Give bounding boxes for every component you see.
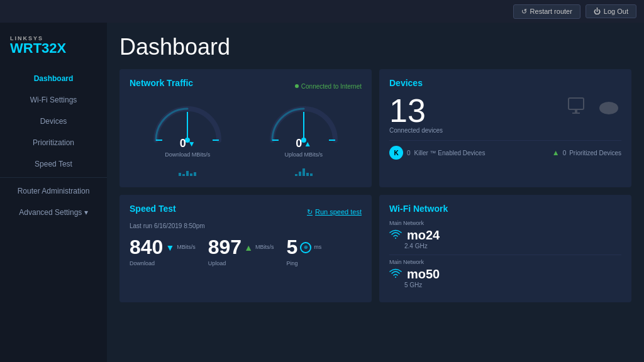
svg-rect-10	[572, 112, 580, 114]
download-mini-bars	[179, 160, 196, 176]
mini-bar	[306, 173, 309, 176]
last-run-label: Last run 6/16/2019 8:50pm	[130, 222, 362, 229]
connected-dot	[295, 84, 299, 88]
wifi-24ghz-entry: Main Network mo24 2.4 GHz	[389, 220, 621, 250]
wifi-24-icon	[389, 229, 402, 242]
upload-value-row: 897 ▲ MBits/s	[208, 236, 274, 259]
mini-bar	[179, 173, 181, 176]
wifi-24-row: mo24	[389, 228, 621, 243]
cards-grid: Network Traffic Connected to Internet	[119, 69, 631, 302]
upload-mini-bars	[295, 160, 313, 176]
download-label: Download MBits/s	[165, 151, 210, 158]
upload-speed-label: Upload	[208, 260, 274, 266]
page-title: Dashboard	[119, 34, 631, 60]
ping-label: Ping	[287, 260, 322, 266]
download-value: 0 ▼	[180, 137, 196, 150]
ping-unit: ms	[314, 244, 321, 251]
sidebar-item-router-admin[interactable]: Router Administration	[0, 180, 107, 202]
speed-stats: 840 ▼ MBits/s Download 897 ▲	[130, 236, 362, 266]
wifi-5-icon	[389, 268, 402, 281]
wifi-5-row: mo50	[389, 267, 621, 282]
gamepad-icon	[596, 94, 621, 119]
gauges-row: 0 ▼ Download MBits/s	[130, 99, 362, 176]
mini-bar	[182, 174, 185, 176]
wifi-divider	[389, 255, 621, 255]
computer-icon	[566, 94, 591, 119]
mini-bar	[186, 171, 189, 176]
wifi-24-ssid: mo24	[407, 228, 440, 243]
prioritized-badge: ▲ 0 Prioritized Devices	[552, 146, 621, 160]
upload-gauge: 0 ▲ Upload MBits/s	[266, 99, 341, 176]
wifi-5-freq: 5 GHz	[404, 282, 621, 288]
sidebar: LINKSYS WRT32X Dashboard Wi-Fi Settings …	[0, 23, 107, 362]
upload-speed-value: 897	[208, 236, 242, 259]
mini-bar	[295, 174, 297, 176]
wifi-5-ssid: mo50	[407, 267, 440, 282]
chevron-down-icon: ▾	[84, 208, 88, 217]
upload-label: Upload MBits/s	[284, 151, 323, 158]
wifi-network-card: Wi-Fi Network Main Network mo24	[379, 195, 631, 302]
logo-area: LINKSYS WRT32X	[0, 29, 107, 68]
upload-arrow-icon: ▲	[304, 140, 311, 148]
mini-bar	[310, 173, 313, 176]
wifi-5-main-label: Main Network	[389, 259, 621, 265]
download-speed-value: 840	[130, 236, 163, 259]
svg-point-15	[613, 107, 615, 109]
svg-rect-9	[575, 109, 577, 112]
speed-test-title: Speed Test	[130, 204, 176, 214]
content-area: Dashboard Network Traffic Connected to I…	[107, 23, 644, 362]
devices-count: 13	[389, 94, 443, 127]
sidebar-item-wifi-settings[interactable]: Wi-Fi Settings	[0, 89, 107, 111]
mini-bar	[299, 172, 301, 176]
upload-speed-arrow-icon: ▲	[244, 243, 253, 253]
wifi-24-freq: 2.4 GHz	[404, 243, 621, 250]
connected-badge: Connected to Internet	[295, 83, 362, 90]
killer-badge: K 0 Killer ™ Enabled Devices	[389, 146, 485, 160]
traffic-header: Network Traffic Connected to Internet	[130, 78, 362, 94]
sidebar-item-prioritization[interactable]: Prioritization	[0, 132, 107, 153]
restart-icon: ↺	[521, 8, 527, 16]
ping-value: 5	[287, 236, 298, 259]
devices-inner: 13 Connected devices	[389, 94, 621, 134]
prioritized-arrow-icon: ▲	[552, 148, 560, 157]
svg-rect-8	[569, 98, 584, 109]
download-gauge: 0 ▼ Download MBits/s	[150, 99, 225, 176]
devices-title: Devices	[389, 78, 621, 88]
topbar: ↺ Restart router ⏻ Log Out	[0, 0, 644, 23]
sidebar-item-dashboard[interactable]: Dashboard	[0, 68, 107, 89]
download-value-row: 840 ▼ MBits/s	[130, 236, 196, 259]
logout-icon: ⏻	[594, 8, 601, 15]
sidebar-item-advanced[interactable]: Advanced Settings ▾	[0, 202, 107, 223]
upload-speed-unit: MBits/s	[255, 244, 274, 251]
ping-value-row: 5 ⊕ ms	[287, 236, 322, 259]
sidebar-item-devices[interactable]: Devices	[0, 111, 107, 132]
run-speed-test-button[interactable]: ↻ Run speed test	[307, 208, 362, 216]
main-layout: LINKSYS WRT32X Dashboard Wi-Fi Settings …	[0, 23, 644, 362]
restart-router-button[interactable]: ↺ Restart router	[513, 4, 580, 19]
devices-count-area: 13 Connected devices	[389, 94, 443, 134]
mini-bar	[303, 168, 305, 176]
speed-test-card: Speed Test ↻ Run speed test Last run 6/1…	[119, 195, 372, 302]
devices-bottom: K 0 Killer ™ Enabled Devices ▲ 0 Priorit…	[389, 140, 621, 160]
upload-value: 0 ▲	[296, 137, 311, 150]
wifi-24-main-label: Main Network	[389, 220, 621, 226]
mini-bar	[190, 173, 192, 176]
logout-button[interactable]: ⏻ Log Out	[586, 4, 636, 18]
download-speed-unit: MBits/s	[177, 244, 196, 251]
network-traffic-card: Network Traffic Connected to Internet	[119, 69, 372, 187]
logo-model: WRT32X	[10, 41, 97, 55]
refresh-icon: ↻	[307, 208, 313, 216]
nav-divider	[0, 177, 107, 178]
mini-bar	[194, 172, 196, 176]
devices-count-label: Connected devices	[389, 127, 443, 134]
download-stat: 840 ▼ MBits/s Download	[130, 236, 196, 266]
upload-stat: 897 ▲ MBits/s Upload	[208, 236, 274, 266]
wifi-network-title: Wi-Fi Network	[389, 204, 621, 214]
wifi-5ghz-entry: Main Network mo50 5 GHz	[389, 259, 621, 288]
sidebar-item-speed-test[interactable]: Speed Test	[0, 153, 107, 175]
download-speed-arrow-icon: ▼	[165, 243, 174, 253]
devices-icons-area	[566, 94, 621, 119]
killer-icon: K	[389, 146, 403, 160]
download-speed-label: Download	[130, 260, 196, 266]
download-arrow-icon: ▼	[188, 140, 196, 148]
